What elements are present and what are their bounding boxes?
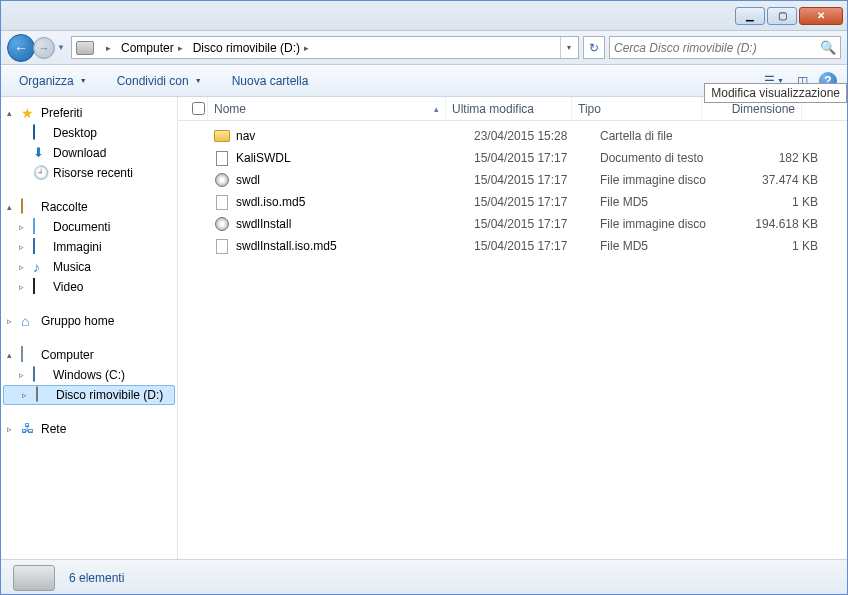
expander-icon[interactable]: ▹ — [19, 282, 29, 292]
file-size: 1 KB — [724, 195, 824, 209]
sidebar-item-network[interactable]: ▹ 🖧 Rete — [1, 419, 177, 439]
file-modified: 15/04/2015 17:17 — [468, 239, 594, 253]
status-bar: 6 elementi — [1, 559, 847, 595]
navigation-pane[interactable]: ▴ ★ Preferiti Desktop ⬇ Download 🕘 Risor… — [1, 97, 178, 559]
column-header-type[interactable]: Tipo — [572, 97, 702, 120]
expander-icon[interactable]: ▹ — [22, 390, 32, 400]
sidebar-item-homegroup[interactable]: ▹ ⌂ Gruppo home — [1, 311, 177, 331]
main-area: ▴ ★ Preferiti Desktop ⬇ Download 🕘 Risor… — [1, 97, 847, 559]
sidebar-item-label: Download — [53, 146, 106, 160]
column-label: Nome — [214, 102, 246, 116]
back-button[interactable]: ← — [7, 34, 35, 62]
expander-icon[interactable]: ▹ — [19, 242, 29, 252]
address-dropdown[interactable]: ▾ — [560, 37, 576, 58]
network-icon: 🖧 — [21, 421, 37, 437]
column-header-modified[interactable]: Ultima modifica — [446, 97, 572, 120]
share-label: Condividi con — [117, 74, 189, 88]
expander-icon[interactable]: ▴ — [7, 350, 17, 360]
organize-menu[interactable]: Organizza ▼ — [11, 71, 95, 91]
txt-icon — [216, 151, 228, 166]
sidebar-item-label: Rete — [41, 422, 66, 436]
search-box[interactable]: 🔍 — [609, 36, 841, 59]
column-label: Ultima modifica — [452, 102, 534, 116]
address-bar[interactable]: ▸ Computer ▸ Disco rimovibile (D:) ▸ ▾ — [71, 36, 579, 59]
file-modified: 15/04/2015 17:17 — [468, 173, 594, 187]
sidebar-item-favorites[interactable]: ▴ ★ Preferiti — [1, 103, 177, 123]
sidebar-item-documents[interactable]: ▹ Documenti — [1, 217, 177, 237]
file-size: 194.618 KB — [724, 217, 824, 231]
file-type: Cartella di file — [594, 129, 724, 143]
history-dropdown[interactable]: ▼ — [55, 35, 67, 61]
select-all-checkbox[interactable] — [192, 102, 205, 115]
breadcrumb-computer[interactable]: Computer ▸ — [117, 37, 187, 58]
sidebar-item-desktop[interactable]: Desktop — [1, 123, 177, 143]
new-folder-button[interactable]: Nuova cartella — [224, 71, 317, 91]
file-type: File immagine disco — [594, 217, 724, 231]
homegroup-icon: ⌂ — [21, 313, 37, 329]
close-button[interactable]: ✕ — [799, 7, 843, 25]
sidebar-item-removable-drive[interactable]: ▹ Disco rimovibile (D:) — [3, 385, 175, 405]
sidebar-item-video[interactable]: ▹ Video — [1, 277, 177, 297]
drive-icon — [76, 41, 94, 55]
breadcrumb-drive[interactable]: Disco rimovibile (D:) ▸ — [189, 37, 313, 58]
file-row[interactable]: swdl15/04/2015 17:17File immagine disco3… — [178, 169, 847, 191]
computer-icon — [21, 346, 23, 362]
refresh-button[interactable]: ↻ — [583, 36, 605, 59]
expander-icon[interactable]: ▹ — [19, 262, 29, 272]
file-row[interactable]: nav23/04/2015 15:28Cartella di file — [178, 125, 847, 147]
file-name: swdlInstall.iso.md5 — [236, 239, 337, 253]
file-row[interactable]: swdlInstall.iso.md515/04/2015 17:17File … — [178, 235, 847, 257]
expander-icon[interactable]: ▹ — [7, 424, 17, 434]
status-text: 6 elementi — [69, 571, 124, 585]
file-icon — [216, 195, 228, 210]
file-name: KaliSWDL — [236, 151, 291, 165]
expander-icon[interactable]: ▹ — [7, 316, 17, 326]
sidebar-item-label: Computer — [41, 348, 94, 362]
expander-icon[interactable]: ▹ — [19, 222, 29, 232]
libraries-group: ▴ Raccolte ▹ Documenti ▹ Immagini ▹ ♪ Mu… — [1, 197, 177, 297]
arrow-right-icon: → — [39, 42, 50, 54]
expander-icon[interactable]: ▴ — [7, 202, 17, 212]
expander-icon[interactable]: ▴ — [7, 108, 17, 118]
sidebar-item-label: Preferiti — [41, 106, 82, 120]
arrow-left-icon: ← — [14, 40, 28, 56]
download-icon: ⬇ — [33, 145, 49, 161]
folder-icon — [214, 130, 230, 142]
search-input[interactable] — [614, 41, 818, 55]
sidebar-item-recent[interactable]: 🕘 Risorse recenti — [1, 163, 177, 183]
drive-icon — [13, 565, 55, 591]
sidebar-item-download[interactable]: ⬇ Download — [1, 143, 177, 163]
column-header-select[interactable] — [186, 97, 208, 120]
file-size: 37.474 KB — [724, 173, 824, 187]
sidebar-item-label: Video — [53, 280, 83, 294]
sidebar-item-label: Gruppo home — [41, 314, 114, 328]
removable-disk-icon — [36, 386, 38, 402]
forward-button[interactable]: → — [33, 37, 55, 59]
sidebar-item-libraries[interactable]: ▴ Raccolte — [1, 197, 177, 217]
expander-icon[interactable]: ▹ — [19, 370, 29, 380]
sidebar-item-images[interactable]: ▹ Immagini — [1, 237, 177, 257]
chevron-right-icon: ▸ — [178, 43, 183, 53]
file-name: swdlInstall — [236, 217, 291, 231]
column-label: Tipo — [578, 102, 601, 116]
file-row[interactable]: KaliSWDL15/04/2015 17:17Documento di tes… — [178, 147, 847, 169]
file-row[interactable]: swdlInstall15/04/2015 17:17File immagine… — [178, 213, 847, 235]
breadcrumb-root-arrow[interactable]: ▸ — [98, 37, 115, 58]
minimize-button[interactable]: ▁ — [735, 7, 765, 25]
share-menu[interactable]: Condividi con ▼ — [109, 71, 210, 91]
file-size: 182 KB — [724, 151, 824, 165]
sidebar-item-cdrive[interactable]: ▹ Windows (C:) — [1, 365, 177, 385]
file-type: File MD5 — [594, 195, 724, 209]
recent-icon: 🕘 — [33, 165, 49, 181]
column-header-name[interactable]: Nome ▴ — [208, 97, 446, 120]
homegroup-group: ▹ ⌂ Gruppo home — [1, 311, 177, 331]
file-rows: nav23/04/2015 15:28Cartella di fileKaliS… — [178, 121, 847, 261]
maximize-button[interactable]: ▢ — [767, 7, 797, 25]
sidebar-item-music[interactable]: ▹ ♪ Musica — [1, 257, 177, 277]
libraries-icon — [21, 198, 23, 214]
sidebar-item-computer[interactable]: ▴ Computer — [1, 345, 177, 365]
file-row[interactable]: swdl.iso.md515/04/2015 17:17File MD51 KB — [178, 191, 847, 213]
sidebar-item-label: Windows (C:) — [53, 368, 125, 382]
refresh-icon: ↻ — [589, 41, 599, 55]
file-list-pane: Nome ▴ Ultima modifica Tipo Dimensione n… — [178, 97, 847, 559]
